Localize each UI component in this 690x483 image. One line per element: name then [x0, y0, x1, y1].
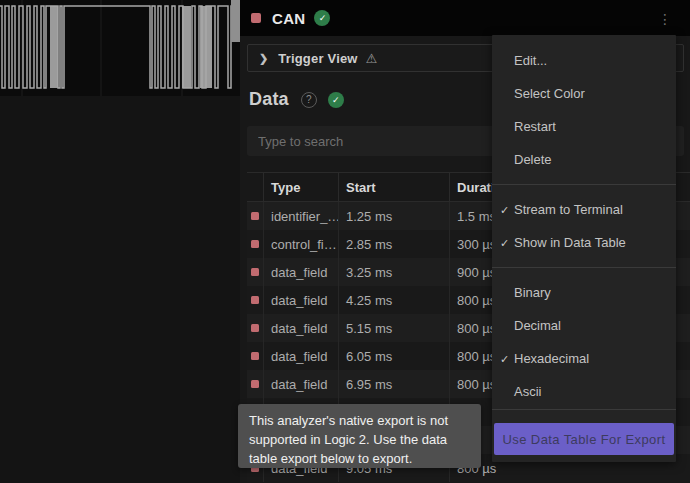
cell-start: 1.25 ms — [338, 202, 449, 230]
menu-item-stream-to-terminal[interactable]: ✓Stream to Terminal — [492, 193, 676, 226]
menu-item-edit[interactable]: Edit... — [492, 44, 676, 77]
menu-item-ascii[interactable]: Ascii — [492, 375, 676, 408]
signal-path — [0, 6, 233, 88]
menu-item-show-in-data-table[interactable]: ✓Show in Data Table — [492, 226, 676, 259]
cell-type: data_field — [263, 286, 338, 314]
frame-color-swatch-icon — [251, 324, 259, 332]
check-circle-icon: ✓ — [314, 10, 330, 26]
menu-items-host: Edit...Select ColorRestartDelete✓Stream … — [492, 44, 676, 410]
check-icon: ✓ — [500, 203, 509, 216]
analyzer-name: CAN — [272, 10, 305, 27]
menu-divider — [492, 184, 676, 185]
warning-icon: ⚠ — [366, 51, 378, 66]
frame-color-cell — [247, 258, 263, 286]
menu-item-label: Stream to Terminal — [514, 202, 623, 217]
column-header-type: Type — [263, 173, 338, 201]
menu-item-delete[interactable]: Delete — [492, 143, 676, 176]
menu-item-binary[interactable]: Binary — [492, 276, 676, 309]
scrollbar-thumb[interactable] — [231, 0, 240, 42]
menu-item-label: Edit... — [514, 53, 547, 68]
frame-color-swatch-icon — [251, 296, 259, 304]
frame-color-swatch-icon — [251, 352, 259, 360]
can-signal-trace — [0, 0, 240, 96]
cell-type: identifier_… — [263, 202, 338, 230]
use-data-table-for-export-button[interactable]: Use Data Table For Export — [494, 423, 674, 455]
column-header-swatch — [247, 173, 263, 201]
menu-item-decimal[interactable]: Decimal — [492, 309, 676, 342]
waveform-channel[interactable] — [0, 0, 240, 96]
cell-start: 2.85 ms — [338, 230, 449, 258]
cell-type: control_fi… — [263, 230, 338, 258]
data-title: Data — [249, 89, 289, 110]
analyzer-color-swatch[interactable] — [251, 13, 261, 23]
cell-start: 6.95 ms — [338, 370, 449, 398]
menu-item-label: Select Color — [514, 86, 585, 101]
app-window: CAN ✓ ⋮ ❯ Trigger View ⚠ Data ? ✓ Type S… — [0, 0, 690, 483]
analyzer-header: CAN ✓ ⋮ — [240, 0, 690, 36]
menu-item-label: Hexadecimal — [514, 351, 589, 366]
cell-start: 3.25 ms — [338, 258, 449, 286]
frame-color-swatch-icon — [251, 380, 259, 388]
frame-color-cell — [247, 314, 263, 342]
menu-item-label: Binary — [514, 285, 551, 300]
cell-type: data_field — [263, 314, 338, 342]
frame-color-cell — [247, 342, 263, 370]
cell-type: data_field — [263, 342, 338, 370]
frame-color-swatch-icon — [251, 268, 259, 276]
frame-color-cell — [247, 370, 263, 398]
menu-item-label: Delete — [514, 152, 552, 167]
export-tooltip: This analyzer's native export is not sup… — [238, 404, 481, 468]
menu-item-select-color[interactable]: Select Color — [492, 77, 676, 110]
menu-item-label: Show in Data Table — [514, 235, 626, 250]
cell-start: 6.05 ms — [338, 342, 449, 370]
kebab-menu-button[interactable]: ⋮ — [657, 9, 673, 29]
check-circle-icon: ✓ — [328, 92, 344, 108]
dense-bits-block — [50, 6, 58, 88]
frame-color-cell — [247, 202, 263, 230]
frame-color-swatch-icon — [251, 212, 259, 220]
frame-color-cell — [247, 286, 263, 314]
check-icon: ✓ — [500, 236, 509, 249]
frame-color-swatch-icon — [251, 240, 259, 248]
menu-item-restart[interactable]: Restart — [492, 110, 676, 143]
trigger-view-label: Trigger View — [278, 51, 357, 66]
cell-type: data_field — [263, 370, 338, 398]
menu-item-hexadecimal[interactable]: ✓Hexadecimal — [492, 342, 676, 375]
frame-color-cell — [247, 230, 263, 258]
menu-divider — [492, 409, 676, 410]
help-icon[interactable]: ? — [301, 92, 317, 108]
menu-divider — [492, 267, 676, 268]
cell-type: data_field — [263, 258, 338, 286]
analyzer-context-menu: Edit...Select ColorRestartDelete✓Stream … — [492, 35, 676, 462]
chevron-right-icon: ❯ — [259, 52, 268, 65]
column-header-start: Start — [338, 173, 449, 201]
data-section-heading: Data ? ✓ — [249, 89, 344, 110]
check-icon: ✓ — [500, 352, 509, 365]
cell-start: 4.25 ms — [338, 286, 449, 314]
menu-item-label: Decimal — [514, 318, 561, 333]
menu-item-label: Restart — [514, 119, 556, 134]
menu-item-label: Ascii — [514, 384, 541, 399]
cell-start: 5.15 ms — [338, 314, 449, 342]
